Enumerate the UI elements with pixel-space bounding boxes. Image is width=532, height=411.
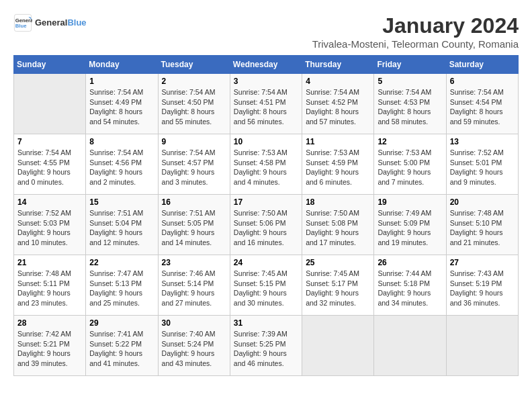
day-cell: 1Sunrise: 7:54 AMSunset: 4:49 PMDaylight… — [86, 74, 158, 134]
day-cell: 19Sunrise: 7:49 AMSunset: 5:09 PMDayligh… — [374, 195, 446, 255]
week-row-2: 7Sunrise: 7:54 AMSunset: 4:55 PMDaylight… — [14, 134, 519, 195]
week-row-3: 14Sunrise: 7:52 AMSunset: 5:03 PMDayligh… — [14, 195, 519, 255]
day-info: Sunrise: 7:54 AMSunset: 4:55 PMDaylight:… — [17, 148, 82, 187]
header-row: SundayMondayTuesdayWednesdayThursdayFrid… — [14, 56, 519, 74]
day-info: Sunrise: 7:54 AMSunset: 4:56 PMDaylight:… — [89, 148, 154, 187]
day-number: 16 — [162, 197, 226, 207]
day-info: Sunrise: 7:51 AMSunset: 5:04 PMDaylight:… — [89, 208, 154, 248]
day-cell: 21Sunrise: 7:48 AMSunset: 5:11 PMDayligh… — [14, 255, 86, 316]
day-cell: 25Sunrise: 7:45 AMSunset: 5:17 PMDayligh… — [302, 255, 374, 316]
day-cell: 30Sunrise: 7:40 AMSunset: 5:24 PMDayligh… — [158, 316, 230, 376]
day-cell — [446, 316, 518, 376]
day-cell: 11Sunrise: 7:53 AMSunset: 4:59 PMDayligh… — [302, 134, 374, 195]
day-cell: 6Sunrise: 7:54 AMSunset: 4:54 PMDaylight… — [446, 74, 518, 134]
day-cell: 12Sunrise: 7:53 AMSunset: 5:00 PMDayligh… — [374, 134, 446, 195]
day-cell: 17Sunrise: 7:50 AMSunset: 5:06 PMDayligh… — [230, 195, 302, 255]
day-info: Sunrise: 7:41 AMSunset: 5:22 PMDaylight:… — [89, 329, 154, 369]
calendar-table: SundayMondayTuesdayWednesdayThursdayFrid… — [13, 55, 519, 376]
day-info: Sunrise: 7:43 AMSunset: 5:19 PMDaylight:… — [450, 269, 515, 308]
day-cell: 5Sunrise: 7:54 AMSunset: 4:53 PMDaylight… — [374, 74, 446, 134]
day-number: 14 — [17, 197, 82, 207]
day-number: 6 — [450, 77, 515, 86]
day-number: 25 — [306, 258, 370, 267]
day-cell: 7Sunrise: 7:54 AMSunset: 4:55 PMDaylight… — [14, 134, 86, 195]
day-cell: 24Sunrise: 7:45 AMSunset: 5:15 PMDayligh… — [230, 255, 302, 316]
day-number: 17 — [234, 197, 298, 207]
day-number: 24 — [234, 258, 298, 267]
day-number: 7 — [17, 137, 82, 146]
day-info: Sunrise: 7:54 AMSunset: 4:49 PMDaylight:… — [89, 87, 154, 127]
day-cell: 28Sunrise: 7:42 AMSunset: 5:21 PMDayligh… — [14, 316, 86, 376]
day-cell: 10Sunrise: 7:53 AMSunset: 4:58 PMDayligh… — [230, 134, 302, 195]
day-cell — [14, 74, 86, 134]
day-number: 21 — [17, 258, 82, 267]
day-info: Sunrise: 7:54 AMSunset: 4:57 PMDaylight:… — [162, 148, 226, 187]
header-wednesday: Wednesday — [230, 56, 302, 74]
day-number: 22 — [89, 258, 154, 267]
day-number: 23 — [162, 258, 226, 267]
day-info: Sunrise: 7:51 AMSunset: 5:05 PMDaylight:… — [162, 208, 226, 248]
day-info: Sunrise: 7:46 AMSunset: 5:14 PMDaylight:… — [162, 269, 226, 308]
title-area: January 2024 Trivalea-Mosteni, Teleorman… — [312, 13, 519, 50]
day-info: Sunrise: 7:49 AMSunset: 5:09 PMDaylight:… — [378, 208, 442, 248]
day-number: 19 — [378, 197, 442, 207]
day-cell: 23Sunrise: 7:46 AMSunset: 5:14 PMDayligh… — [158, 255, 230, 316]
day-number: 28 — [17, 318, 82, 328]
day-number: 1 — [89, 77, 154, 86]
day-number: 9 — [162, 137, 226, 146]
logo-blue: Blue — [67, 17, 86, 28]
day-info: Sunrise: 7:53 AMSunset: 5:00 PMDaylight:… — [378, 148, 442, 187]
day-cell: 18Sunrise: 7:50 AMSunset: 5:08 PMDayligh… — [302, 195, 374, 255]
header-thursday: Thursday — [302, 56, 374, 74]
day-info: Sunrise: 7:54 AMSunset: 4:54 PMDaylight:… — [450, 87, 515, 127]
day-info: Sunrise: 7:52 AMSunset: 5:03 PMDaylight:… — [17, 208, 82, 248]
day-number: 2 — [162, 77, 226, 86]
day-info: Sunrise: 7:54 AMSunset: 4:53 PMDaylight:… — [378, 87, 442, 127]
day-number: 26 — [378, 258, 442, 267]
day-info: Sunrise: 7:53 AMSunset: 4:59 PMDaylight:… — [306, 148, 370, 187]
day-info: Sunrise: 7:47 AMSunset: 5:13 PMDaylight:… — [89, 269, 154, 308]
day-info: Sunrise: 7:54 AMSunset: 4:51 PMDaylight:… — [234, 87, 298, 127]
day-info: Sunrise: 7:45 AMSunset: 5:15 PMDaylight:… — [234, 269, 298, 308]
day-cell: 8Sunrise: 7:54 AMSunset: 4:56 PMDaylight… — [86, 134, 158, 195]
day-number: 31 — [234, 318, 298, 328]
day-number: 10 — [234, 137, 298, 146]
logo-general: General — [35, 17, 67, 28]
day-cell: 4Sunrise: 7:54 AMSunset: 4:52 PMDaylight… — [302, 74, 374, 134]
day-cell: 13Sunrise: 7:52 AMSunset: 5:01 PMDayligh… — [446, 134, 518, 195]
header-tuesday: Tuesday — [158, 56, 230, 74]
day-cell: 29Sunrise: 7:41 AMSunset: 5:22 PMDayligh… — [86, 316, 158, 376]
day-number: 11 — [306, 137, 370, 146]
svg-text:Blue: Blue — [15, 23, 27, 29]
day-cell — [302, 316, 374, 376]
day-cell: 9Sunrise: 7:54 AMSunset: 4:57 PMDaylight… — [158, 134, 230, 195]
day-cell: 14Sunrise: 7:52 AMSunset: 5:03 PMDayligh… — [14, 195, 86, 255]
day-number: 20 — [450, 197, 515, 207]
day-cell: 26Sunrise: 7:44 AMSunset: 5:18 PMDayligh… — [374, 255, 446, 316]
week-row-1: 1Sunrise: 7:54 AMSunset: 4:49 PMDaylight… — [14, 74, 519, 134]
page-header: General Blue GeneralBlue January 2024 Tr… — [13, 13, 519, 50]
day-number: 13 — [450, 137, 515, 146]
day-number: 8 — [89, 137, 154, 146]
day-info: Sunrise: 7:50 AMSunset: 5:06 PMDaylight:… — [234, 208, 298, 248]
week-row-5: 28Sunrise: 7:42 AMSunset: 5:21 PMDayligh… — [14, 316, 519, 376]
day-number: 29 — [89, 318, 154, 328]
day-number: 12 — [378, 137, 442, 146]
day-info: Sunrise: 7:48 AMSunset: 5:11 PMDaylight:… — [17, 269, 82, 308]
header-saturday: Saturday — [446, 56, 518, 74]
day-info: Sunrise: 7:50 AMSunset: 5:08 PMDaylight:… — [306, 208, 370, 248]
day-info: Sunrise: 7:54 AMSunset: 4:50 PMDaylight:… — [162, 87, 226, 127]
day-number: 27 — [450, 258, 515, 267]
day-number: 3 — [234, 77, 298, 86]
month-title: January 2024 — [312, 13, 519, 38]
header-friday: Friday — [374, 56, 446, 74]
day-cell: 22Sunrise: 7:47 AMSunset: 5:13 PMDayligh… — [86, 255, 158, 316]
day-info: Sunrise: 7:52 AMSunset: 5:01 PMDaylight:… — [450, 148, 515, 187]
day-number: 18 — [306, 197, 370, 207]
header-sunday: Sunday — [14, 56, 86, 74]
day-cell: 16Sunrise: 7:51 AMSunset: 5:05 PMDayligh… — [158, 195, 230, 255]
location-title: Trivalea-Mosteni, Teleorman County, Roma… — [312, 38, 519, 50]
day-cell: 3Sunrise: 7:54 AMSunset: 4:51 PMDaylight… — [230, 74, 302, 134]
day-info: Sunrise: 7:42 AMSunset: 5:21 PMDaylight:… — [17, 329, 82, 369]
day-info: Sunrise: 7:40 AMSunset: 5:24 PMDaylight:… — [162, 329, 226, 369]
